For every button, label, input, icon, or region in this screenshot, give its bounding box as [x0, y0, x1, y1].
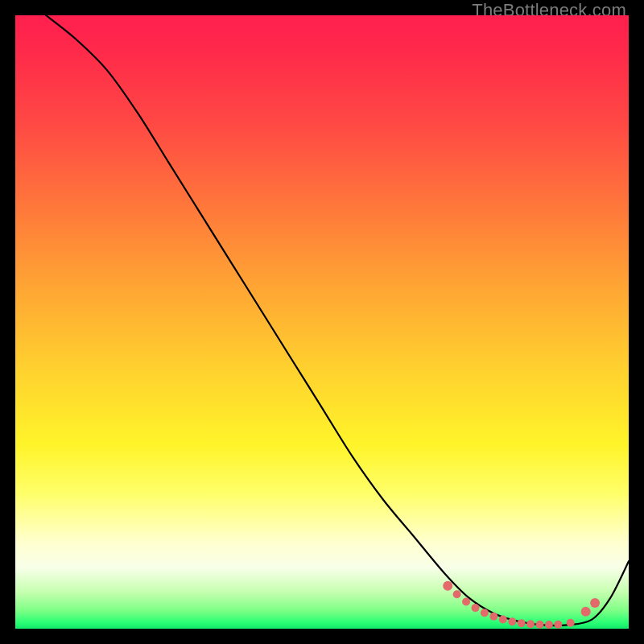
marker-dot — [453, 590, 461, 598]
marker-dot — [499, 616, 507, 624]
marker-dot — [481, 609, 489, 617]
marker-dot — [554, 621, 562, 629]
plot-area — [15, 15, 629, 629]
marker-dot — [567, 619, 575, 627]
marker-dots — [443, 581, 600, 629]
curve-layer — [15, 15, 629, 629]
marker-dot — [508, 617, 516, 625]
marker-dot — [462, 597, 470, 605]
marker-dot — [443, 581, 452, 591]
marker-dot — [526, 620, 535, 628]
chart-frame: TheBottleneck.com — [0, 0, 644, 644]
marker-dot — [472, 604, 480, 612]
main-curve — [46, 15, 629, 625]
marker-dot — [536, 621, 544, 629]
marker-dot — [590, 598, 600, 608]
marker-dot — [581, 607, 591, 617]
marker-dot — [489, 613, 497, 621]
marker-dot — [518, 619, 526, 627]
marker-dot — [545, 621, 553, 629]
